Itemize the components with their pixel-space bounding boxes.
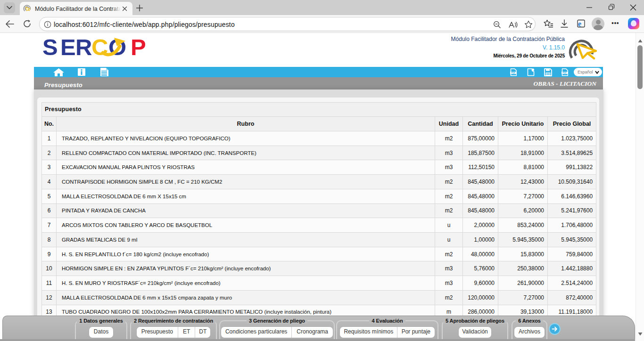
svg-text:R: R — [75, 36, 92, 59]
svg-text:P: P — [131, 36, 146, 59]
svg-text:e: e — [578, 20, 581, 28]
svg-text:PDF: PDF — [511, 72, 515, 74]
svg-text:E: E — [60, 36, 76, 59]
svg-text:PDF: PDF — [562, 72, 567, 74]
svg-text:S: S — [42, 36, 58, 59]
